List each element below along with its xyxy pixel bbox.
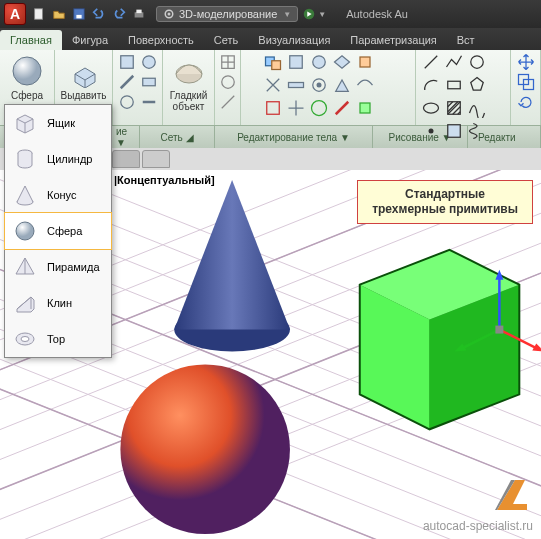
point-icon[interactable] <box>421 121 441 141</box>
tool-icon[interactable] <box>355 52 375 72</box>
save-icon[interactable] <box>70 5 88 23</box>
ribbon-tabs: Главная Фигура Поверхность Сеть Визуализ… <box>0 28 541 50</box>
tab-home[interactable]: Главная <box>0 30 62 50</box>
panel-smooth: Гладкийобъект <box>163 50 215 125</box>
svg-point-14 <box>221 76 234 89</box>
move-icon[interactable] <box>516 52 536 72</box>
tool-icon[interactable] <box>332 52 352 72</box>
tool-icon[interactable] <box>117 52 137 72</box>
cylinder-icon <box>13 147 37 171</box>
box-primitive <box>360 250 520 430</box>
tool-icon[interactable] <box>286 98 306 118</box>
tool-icon[interactable] <box>117 92 137 112</box>
chevron-down-icon[interactable]: ▼ <box>318 10 326 19</box>
svg-rect-11 <box>142 78 155 86</box>
tab-shape[interactable]: Фигура <box>62 30 118 50</box>
undo-icon[interactable] <box>90 5 108 23</box>
polyline-icon[interactable] <box>444 52 464 72</box>
circle-icon[interactable] <box>467 52 487 72</box>
tool-icon[interactable] <box>263 98 283 118</box>
menu-item-sphere[interactable]: Сфера <box>4 212 112 250</box>
region-icon[interactable] <box>444 121 464 141</box>
watermark-logo <box>491 474 533 516</box>
watermark: autocad-specialist.ru <box>423 474 533 533</box>
panel-title[interactable]: Сеть ◢ <box>140 126 215 148</box>
svg-point-12 <box>120 96 133 109</box>
rotate-icon[interactable] <box>516 92 536 112</box>
tool-icon[interactable] <box>263 75 283 95</box>
svg-rect-20 <box>289 83 304 88</box>
chevron-down-icon: ▼ <box>283 10 291 19</box>
rect-icon[interactable] <box>444 75 464 95</box>
print-icon[interactable] <box>130 5 148 23</box>
tool-icon[interactable] <box>332 98 352 118</box>
doc-tab[interactable] <box>112 150 140 168</box>
smooth-icon <box>172 54 206 88</box>
tool-icon[interactable] <box>332 75 352 95</box>
svg-rect-2 <box>76 15 81 19</box>
svg-point-6 <box>168 13 171 16</box>
app-menu-button[interactable]: A <box>4 3 26 25</box>
panel-draw <box>416 50 511 125</box>
tool-icon[interactable] <box>309 52 329 72</box>
svg-rect-9 <box>120 56 133 69</box>
menu-item-box[interactable]: Ящик <box>5 105 111 141</box>
new-icon[interactable] <box>30 5 48 23</box>
viewport-label[interactable]: |Концептуальный] <box>114 174 215 186</box>
tool-icon[interactable] <box>309 75 329 95</box>
tool-icon[interactable] <box>218 52 238 72</box>
spline-icon[interactable] <box>467 98 487 118</box>
menu-item-wedge[interactable]: Клин <box>5 285 111 321</box>
svg-point-24 <box>312 101 327 116</box>
tool-icon[interactable] <box>218 92 238 112</box>
workspace-label: 3D-моделирование <box>179 8 277 20</box>
helix-icon[interactable] <box>467 121 487 141</box>
tool-icon[interactable] <box>139 72 159 92</box>
svg-point-43 <box>21 337 29 342</box>
pyramid-icon <box>13 255 37 279</box>
tool-icon[interactable] <box>218 72 238 92</box>
menu-item-cone[interactable]: Конус <box>5 177 111 213</box>
cone-primitive <box>174 180 290 352</box>
sphere-primitive <box>120 364 290 534</box>
tool-icon[interactable] <box>355 98 375 118</box>
open-icon[interactable] <box>50 5 68 23</box>
menu-item-torus[interactable]: Тор <box>5 321 111 357</box>
tool-icon[interactable] <box>309 98 329 118</box>
redo-icon[interactable] <box>110 5 128 23</box>
tool-icon[interactable] <box>117 72 137 92</box>
box-icon <box>13 111 37 135</box>
hatch-icon[interactable] <box>444 98 464 118</box>
tool-icon[interactable] <box>139 92 159 112</box>
svg-rect-17 <box>290 56 303 69</box>
workspace-combo[interactable]: 3D-моделирование ▼ <box>156 6 298 22</box>
extrude-icon <box>67 54 101 88</box>
polygon-icon[interactable] <box>467 75 487 95</box>
ellipse-icon[interactable] <box>421 98 441 118</box>
tool-icon[interactable] <box>139 52 159 72</box>
panel-mesh-tools <box>215 50 241 125</box>
panel-solid-editing <box>241 50 416 125</box>
menu-item-cylinder[interactable]: Цилиндр <box>5 141 111 177</box>
new-tab-button[interactable] <box>142 150 170 168</box>
tab-surface[interactable]: Поверхность <box>118 30 204 50</box>
title-bar: A 3D-моделирование ▼ ▼ Autodesk Au <box>0 0 541 28</box>
smooth-button[interactable]: Гладкийобъект <box>166 52 212 114</box>
quick-access-toolbar <box>30 5 148 23</box>
menu-item-pyramid[interactable]: Пирамида <box>5 249 111 285</box>
tab-visualize[interactable]: Визуализация <box>248 30 340 50</box>
workspace-play-icon[interactable] <box>302 7 316 21</box>
tab-insert[interactable]: Вст <box>447 30 485 50</box>
svg-point-22 <box>317 83 322 88</box>
tab-mesh[interactable]: Сеть <box>204 30 248 50</box>
torus-icon <box>13 327 37 351</box>
arc-icon[interactable] <box>421 75 441 95</box>
copy-icon[interactable] <box>516 72 536 92</box>
tool-icon[interactable] <box>286 52 306 72</box>
panel-title[interactable]: Редактирование тела ▼ <box>215 126 373 148</box>
line-icon[interactable] <box>421 52 441 72</box>
tool-icon[interactable] <box>286 75 306 95</box>
tool-icon[interactable] <box>355 75 375 95</box>
tab-parametric[interactable]: Параметризация <box>340 30 446 50</box>
tool-icon[interactable] <box>263 52 283 72</box>
